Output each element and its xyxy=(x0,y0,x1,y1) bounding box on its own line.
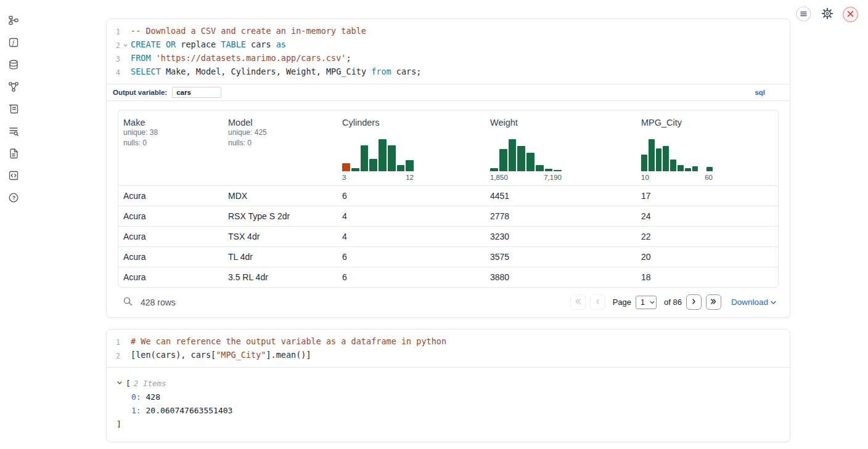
page-select-wrapper: 1 xyxy=(636,296,657,309)
histogram-bar xyxy=(517,146,525,171)
python-code[interactable]: 1# We can reference the output variable … xyxy=(107,330,790,367)
fold-spacer xyxy=(120,335,131,349)
table-body: AcuraMDX6445117AcuraRSX Type S 2dr427782… xyxy=(118,185,778,287)
last-page-button[interactable] xyxy=(706,294,721,310)
code-text: [len(cars), cars["MPG_City"].mean()] xyxy=(131,349,311,362)
table-cell: 6 xyxy=(337,191,485,201)
code-line: 2[len(cars), cars["MPG_City"].mean()] xyxy=(107,349,790,362)
histogram-bar xyxy=(388,145,396,171)
notebook-menu-button[interactable] xyxy=(796,7,811,22)
code-brackets-icon xyxy=(8,170,19,183)
sql-cell-output: Makeunique: 38nulls: 0Modelunique: 425nu… xyxy=(107,100,790,317)
close-bracket: ] xyxy=(117,418,780,431)
chevrons-left-icon xyxy=(574,297,582,307)
svg-text:?: ? xyxy=(12,195,15,201)
previous-page-button[interactable] xyxy=(590,294,605,310)
sidebar-help-button[interactable]: ? xyxy=(7,192,20,205)
code-text: FROM 'https://datasets.marimo.app/cars.c… xyxy=(131,52,351,65)
table-row[interactable]: AcuraTSX 4dr4323022 xyxy=(118,226,778,246)
column-header-weight[interactable]: Weight1,8507,190 xyxy=(485,118,636,185)
column-header-model[interactable]: Modelunique: 425nulls: 0 xyxy=(223,118,337,185)
settings-button[interactable] xyxy=(819,7,835,22)
table-cell: 20 xyxy=(636,252,778,262)
table-cell: 3.5 RL 4dr xyxy=(223,272,337,282)
fold-chevron-icon[interactable] xyxy=(120,38,131,52)
column-histogram[interactable]: 1,8507,190 xyxy=(490,139,562,185)
sidebar-dependency-graph-button[interactable] xyxy=(7,81,20,94)
histogram-bars xyxy=(342,139,414,171)
pagination: Page 1 of 86 xyxy=(570,294,721,310)
histogram-bar xyxy=(351,168,359,171)
column-header-mpg_city[interactable]: MPG_City1060 xyxy=(636,118,778,185)
histogram-bar xyxy=(685,168,691,171)
column-header-cylinders[interactable]: Cylinders312 xyxy=(337,118,485,185)
code-line: 1# We can reference the output variable … xyxy=(107,335,790,349)
histogram-axis: 1060 xyxy=(641,174,713,181)
search-icon xyxy=(123,296,133,309)
page-select[interactable]: 1 xyxy=(636,296,657,309)
chevron-down-icon xyxy=(771,297,776,307)
histogram-bar xyxy=(692,166,698,171)
shutdown-button[interactable] xyxy=(843,7,858,22)
code-text: SELECT Make, Model, Cylinders, Weight, M… xyxy=(131,65,421,79)
table-row[interactable]: AcuraMDX6445117 xyxy=(118,185,778,206)
output-variable-label: Output variable: xyxy=(113,89,167,96)
chevron-right-icon xyxy=(690,297,698,307)
search-button[interactable] xyxy=(121,295,134,310)
sidebar-file-explorer-button[interactable] xyxy=(7,15,20,28)
table-row[interactable]: AcuraTL 4dr6357520 xyxy=(118,246,778,267)
column-histogram[interactable]: 1060 xyxy=(641,139,713,185)
sidebar-datasources-button[interactable] xyxy=(7,59,20,72)
sql-code[interactable]: 1-- Download a CSV and create an in-memo… xyxy=(107,19,790,84)
histogram-bar xyxy=(649,139,655,171)
table-cell: RSX Type S 2dr xyxy=(223,211,337,221)
collapse-chevron-icon[interactable] xyxy=(117,377,126,390)
fold-spacer xyxy=(120,52,131,65)
code-text: CREATE OR replace TABLE cars as xyxy=(131,38,286,52)
close-icon xyxy=(847,10,854,19)
column-histogram[interactable]: 312 xyxy=(342,139,414,185)
histogram-bar xyxy=(554,170,562,171)
histogram-bar xyxy=(369,159,377,171)
sidebar-table-of-contents-button[interactable] xyxy=(7,126,20,139)
column-name: MPG_City xyxy=(641,118,773,127)
sidebar-snippets-button[interactable] xyxy=(7,170,20,183)
axis-min-label: 1,850 xyxy=(490,174,508,181)
python-cell: 1# We can reference the output variable … xyxy=(106,329,790,442)
left-sidebar: f ? xyxy=(7,15,20,205)
tree-entry-value: 428 xyxy=(141,392,160,402)
sidebar-helper-functions-button[interactable]: f xyxy=(7,37,20,50)
code-line: 2CREATE OR replace TABLE cars as xyxy=(107,38,790,52)
table-cell: 4451 xyxy=(485,191,636,201)
table-row[interactable]: AcuraRSX Type S 2dr4277824 xyxy=(118,206,778,226)
histogram-bar xyxy=(545,169,553,171)
code-line: 3FROM 'https://datasets.marimo.app/cars.… xyxy=(107,52,790,65)
sidebar-documentation-button[interactable] xyxy=(7,148,20,161)
histogram-bar xyxy=(706,167,713,171)
top-right-toolbar xyxy=(796,7,858,22)
output-variable-input[interactable] xyxy=(172,87,221,98)
sidebar-scratchpad-button[interactable] xyxy=(7,103,20,116)
tree-entry: 0: 428 xyxy=(117,390,780,404)
table-cell: 4 xyxy=(337,211,485,221)
download-button[interactable]: Download xyxy=(731,297,776,307)
table-row[interactable]: Acura3.5 RL 4dr6388018 xyxy=(118,267,778,287)
output-variable-row: Output variable: sql xyxy=(107,84,790,100)
python-cell-output: [2 Items 0: 4281: 20.060747663551403 ] xyxy=(107,367,790,442)
page-total-label: of 86 xyxy=(664,297,682,307)
table-cell: 18 xyxy=(636,272,778,282)
table-cell: 2778 xyxy=(485,211,636,221)
first-page-button[interactable] xyxy=(570,294,586,310)
histogram-bar xyxy=(656,148,662,171)
histogram-bar xyxy=(509,139,517,171)
language-badge[interactable]: sql xyxy=(755,89,765,96)
table-cell: 17 xyxy=(636,191,778,201)
next-page-button[interactable] xyxy=(686,294,702,310)
axis-max-label: 7,190 xyxy=(544,174,562,181)
column-header-make[interactable]: Makeunique: 38nulls: 0 xyxy=(118,118,223,185)
data-table: Makeunique: 38nulls: 0Modelunique: 425nu… xyxy=(118,110,779,288)
row-count: 428 rows xyxy=(141,297,176,307)
document-icon xyxy=(8,148,19,161)
column-name: Make xyxy=(123,118,218,127)
tree-entry-key: 1: xyxy=(131,406,141,415)
